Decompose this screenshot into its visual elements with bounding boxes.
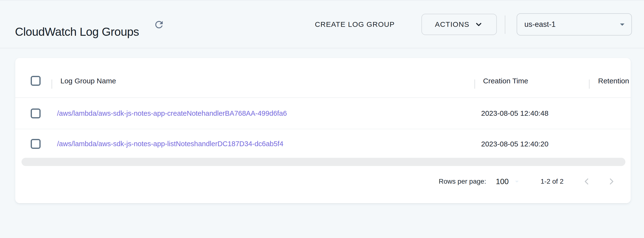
creation-time-cell: 2023-08-05 12:40:20	[474, 140, 589, 148]
column-divider	[474, 80, 475, 89]
table-row: /aws/lambda/aws-sdk-js-notes-app-listNot…	[15, 129, 631, 156]
column-header-log-group-name[interactable]: Log Group Name	[52, 77, 474, 85]
chevron-down-icon	[474, 20, 483, 29]
previous-page-button[interactable]	[581, 176, 592, 187]
page-header: CloudWatch Log Groups CREATE LOG GROUP A…	[0, 0, 644, 48]
refresh-button[interactable]	[153, 18, 165, 31]
refresh-icon	[154, 19, 164, 30]
create-log-group-button[interactable]: CREATE LOG GROUP	[315, 18, 394, 30]
column-divider	[52, 80, 52, 89]
row-checkbox[interactable]	[31, 108, 40, 118]
log-groups-card: Log Group Name Creation Time Retention /…	[15, 58, 631, 203]
table-row: /aws/lambda/aws-sdk-js-notes-app-createN…	[15, 98, 631, 129]
rows-per-page-label: Rows per page:	[439, 178, 486, 185]
table-header-row: Log Group Name Creation Time Retention	[15, 58, 631, 98]
column-header-creation-time[interactable]: Creation Time	[474, 77, 589, 85]
cloudwatch-log-groups-page: { "header": { "title": "CloudWatch Log G…	[0, 0, 644, 238]
region-select[interactable]: us-east-1	[517, 13, 632, 36]
pagination-bar: Rows per page: 100 1-2 of 2	[439, 176, 617, 188]
row-checkbox[interactable]	[31, 139, 40, 149]
arrow-dropdown-icon	[617, 19, 628, 30]
chevron-right-icon	[606, 176, 616, 186]
rows-per-page-select[interactable]: 100	[496, 177, 521, 186]
header-divider	[505, 16, 505, 34]
column-header-retention[interactable]: Retention	[589, 77, 631, 85]
horizontal-scrollbar-thumb[interactable]	[22, 158, 626, 166]
column-divider	[589, 80, 590, 89]
chevron-left-icon	[582, 176, 592, 186]
creation-time-cell: 2023-08-05 12:40:48	[474, 109, 589, 118]
next-page-button[interactable]	[606, 176, 617, 187]
actions-button-label: ACTIONS	[435, 20, 469, 28]
select-all-checkbox[interactable]	[31, 76, 40, 86]
arrow-dropdown-icon	[512, 177, 521, 186]
log-group-link[interactable]: /aws/lambda/aws-sdk-js-notes-app-listNot…	[57, 140, 284, 148]
rows-per-page-value: 100	[496, 177, 509, 186]
log-group-link[interactable]: /aws/lambda/aws-sdk-js-notes-app-createN…	[57, 110, 287, 117]
actions-button[interactable]: ACTIONS	[422, 14, 497, 35]
page-title: CloudWatch Log Groups	[15, 25, 139, 38]
region-select-value: us-east-1	[524, 20, 556, 29]
page-range-label: 1-2 of 2	[540, 178, 564, 185]
